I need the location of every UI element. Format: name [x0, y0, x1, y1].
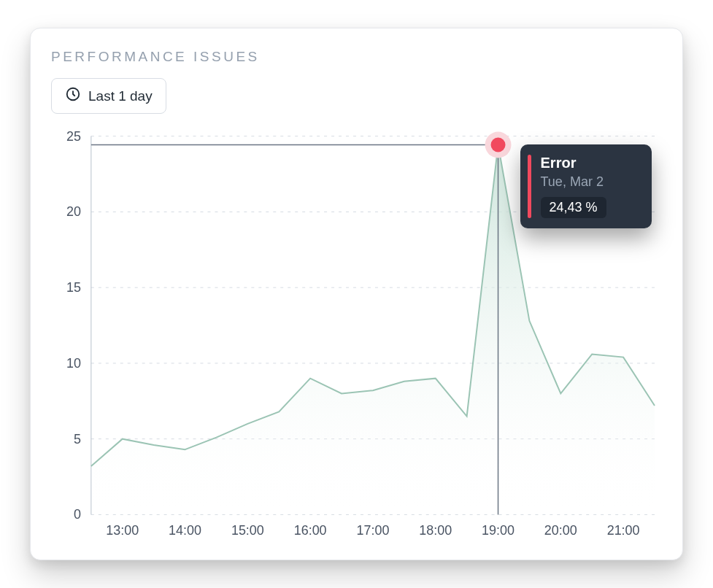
- tooltip-title: Error: [541, 155, 639, 171]
- x-tick-label: 18:00: [419, 523, 452, 538]
- x-tick-label: 17:00: [357, 523, 390, 538]
- y-tick-label: 5: [74, 432, 81, 446]
- chart-tooltip: Error Tue, Mar 2 24,43 %: [520, 144, 652, 228]
- y-tick-label: 0: [74, 507, 81, 522]
- tooltip-accent-bar: [528, 155, 531, 218]
- y-tick-label: 25: [66, 129, 81, 144]
- time-range-label: Last 1 day: [88, 88, 153, 104]
- x-tick-label: 15:00: [231, 523, 264, 538]
- performance-card: PERFORMANCE ISSUES Last 1 day 0510152025…: [30, 28, 683, 560]
- y-tick-label: 15: [66, 280, 81, 295]
- time-range-button[interactable]: Last 1 day: [51, 78, 166, 114]
- x-tick-label: 16:00: [294, 523, 327, 538]
- highlight-dot: [491, 138, 506, 152]
- x-tick-label: 19:00: [482, 523, 514, 538]
- card-title: PERFORMANCE ISSUES: [51, 49, 662, 65]
- tooltip-date: Tue, Mar 2: [541, 174, 639, 190]
- clock-icon: [65, 86, 81, 106]
- x-tick-label: 14:00: [169, 523, 201, 538]
- y-tick-label: 20: [66, 204, 81, 219]
- x-tick-label: 21:00: [607, 523, 640, 538]
- x-tick-label: 13:00: [106, 523, 139, 538]
- x-tick-label: 20:00: [544, 523, 577, 538]
- tooltip-value: 24,43 %: [541, 197, 606, 218]
- chart-area[interactable]: 051015202513:0014:0015:0016:0017:0018:00…: [51, 128, 662, 544]
- y-tick-label: 10: [66, 356, 81, 371]
